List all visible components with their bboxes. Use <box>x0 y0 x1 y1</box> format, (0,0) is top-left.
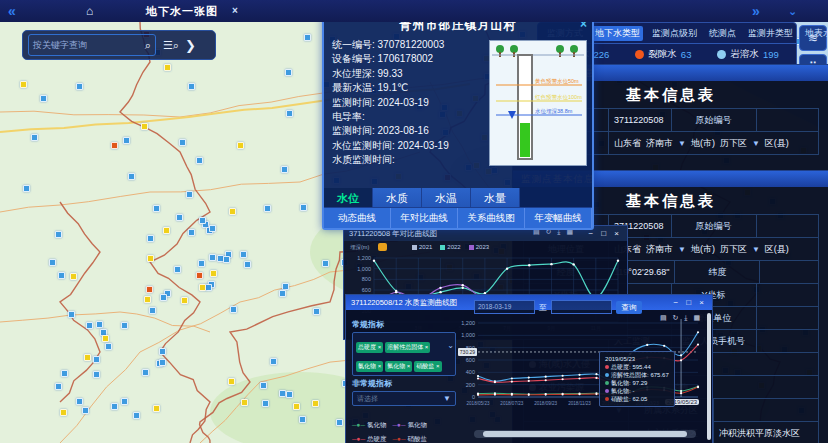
blue-station[interactable] <box>55 383 62 390</box>
blue-station[interactable] <box>160 294 167 301</box>
blue-station[interactable] <box>196 157 203 164</box>
tag-氟化物[interactable]: 氟化物 × <box>385 361 412 372</box>
city-select[interactable]: 济南市 <box>646 137 673 150</box>
blue-station[interactable] <box>336 419 343 426</box>
blue-station[interactable] <box>142 369 149 376</box>
tag-氯化物[interactable]: 氯化物 × <box>356 361 383 372</box>
cell-value[interactable] <box>757 307 820 329</box>
filter-tab-监测井类型[interactable]: 监测井类型 <box>745 26 796 41</box>
blue-station[interactable] <box>40 95 47 102</box>
tag-总硬度[interactable]: 总硬度 × <box>356 342 383 353</box>
legend-2023[interactable]: 2023 <box>469 244 489 250</box>
blue-station[interactable] <box>279 290 286 297</box>
date-from-input[interactable]: 2018-03-19 <box>474 300 535 314</box>
yellow-station[interactable] <box>199 284 206 291</box>
blue-station[interactable] <box>209 254 216 261</box>
blue-station[interactable] <box>121 322 128 329</box>
yellow-station[interactable] <box>141 123 148 130</box>
blue-station[interactable] <box>93 371 100 378</box>
yellow-station[interactable] <box>210 270 217 277</box>
filter-tab-监测点级别[interactable]: 监测点级别 <box>649 26 700 41</box>
cell-value[interactable] <box>757 109 820 131</box>
city-select[interactable]: 济南市 <box>646 243 673 256</box>
legend-硝酸盐[interactable]: ─●─ 硝酸盐 <box>392 435 426 442</box>
tab-水质[interactable]: 水质 <box>373 188 422 208</box>
collapse-left-icon[interactable]: « <box>8 0 16 22</box>
tab-水位[interactable]: 水位 <box>324 188 373 208</box>
window-controls[interactable]: − □ × <box>673 298 707 307</box>
district-select[interactable]: 历下区 <box>720 243 747 256</box>
date-to-input[interactable] <box>551 300 612 314</box>
filter-tab-地下水类型[interactable]: 地下水类型 <box>592 26 643 41</box>
blue-station[interactable] <box>279 390 286 397</box>
blue-station[interactable] <box>205 284 212 291</box>
blue-station[interactable] <box>93 356 100 363</box>
window-scrollbar[interactable] <box>707 313 711 440</box>
tab-水温[interactable]: 水温 <box>422 188 471 208</box>
blue-station[interactable] <box>58 272 65 279</box>
tab-close-icon[interactable]: × <box>232 0 238 22</box>
yellow-station[interactable] <box>237 142 244 149</box>
blue-station[interactable] <box>286 391 293 398</box>
blue-station[interactable] <box>260 382 267 389</box>
legend-2022[interactable]: 2022 <box>440 244 460 250</box>
search-icon[interactable]: ⌕ <box>145 39 151 52</box>
yellow-station[interactable] <box>147 255 154 262</box>
chevron-down-icon[interactable]: ⌄ <box>788 0 797 22</box>
blue-station[interactable] <box>230 306 237 313</box>
list-search-icon[interactable]: ☰⌕ <box>163 39 179 52</box>
blue-station[interactable] <box>270 358 277 365</box>
blue-station[interactable] <box>128 173 135 180</box>
yellow-station[interactable] <box>84 354 91 361</box>
tab-水量[interactable]: 水量 <box>471 188 520 208</box>
blue-station[interactable] <box>82 407 89 414</box>
yellow-station[interactable] <box>144 296 151 303</box>
blue-station[interactable] <box>188 229 195 236</box>
yellow-station[interactable] <box>229 208 236 215</box>
nonregular-select[interactable]: 请选择 ▼ <box>352 391 456 406</box>
tag-溶解性总固体[interactable]: 溶解性总固体 × <box>385 342 430 353</box>
blue-station[interactable] <box>199 217 206 224</box>
subtab-动态曲线[interactable]: 动态曲线 <box>324 208 391 228</box>
search-go-button[interactable]: ❯ <box>185 38 196 53</box>
yellow-station[interactable] <box>164 64 171 71</box>
red-station[interactable] <box>146 286 153 293</box>
subtab-年变幅曲线[interactable]: 年变幅曲线 <box>525 208 592 228</box>
blue-station[interactable] <box>55 231 62 238</box>
blue-station[interactable] <box>68 311 75 318</box>
blue-station[interactable] <box>281 166 288 173</box>
filter-tab-统测点[interactable]: 统测点 <box>706 26 739 41</box>
blue-station[interactable] <box>286 110 293 117</box>
blue-station[interactable] <box>179 139 186 146</box>
blue-station[interactable] <box>123 137 130 144</box>
blue-station[interactable] <box>159 348 166 355</box>
blue-station[interactable] <box>313 308 320 315</box>
cell-value[interactable]: 3711220508 <box>609 109 672 131</box>
blue-station[interactable] <box>188 83 195 90</box>
red-station[interactable] <box>111 142 118 149</box>
yellow-station[interactable] <box>228 378 235 385</box>
yellow-station[interactable] <box>102 335 109 342</box>
data-zoom-bar[interactable] <box>474 430 696 438</box>
blue-station[interactable] <box>285 69 292 76</box>
yellow-station[interactable] <box>60 409 67 416</box>
blue-station[interactable] <box>209 225 216 232</box>
legend-氟化物[interactable]: ─●─ 氟化物 <box>392 421 426 428</box>
blue-station[interactable] <box>105 343 112 350</box>
search-input[interactable]: 按关键字查询 ⌕ <box>28 34 156 56</box>
cell-value[interactable] <box>757 284 820 306</box>
blue-station[interactable] <box>153 205 160 212</box>
blue-station[interactable] <box>31 134 38 141</box>
blue-station[interactable] <box>176 214 183 221</box>
yellow-station[interactable] <box>163 227 170 234</box>
subtab-关系曲线图[interactable]: 关系曲线图 <box>458 208 525 228</box>
blue-station[interactable] <box>304 34 311 41</box>
blue-station[interactable] <box>61 370 68 377</box>
yellow-station[interactable] <box>181 297 188 304</box>
chart-legend[interactable]: ─●─ 氯化物─●─ 氟化物─●─ 总硬度─●─ 硝酸盐─●─ 溶解性总固体 <box>352 416 456 443</box>
blue-station[interactable] <box>198 260 205 267</box>
chart-legend[interactable]: 202120222023 <box>412 244 489 250</box>
blue-station[interactable] <box>174 266 181 273</box>
cell-value[interactable] <box>757 330 820 352</box>
tag-硝酸盐[interactable]: 硝酸盐 × <box>414 361 441 372</box>
